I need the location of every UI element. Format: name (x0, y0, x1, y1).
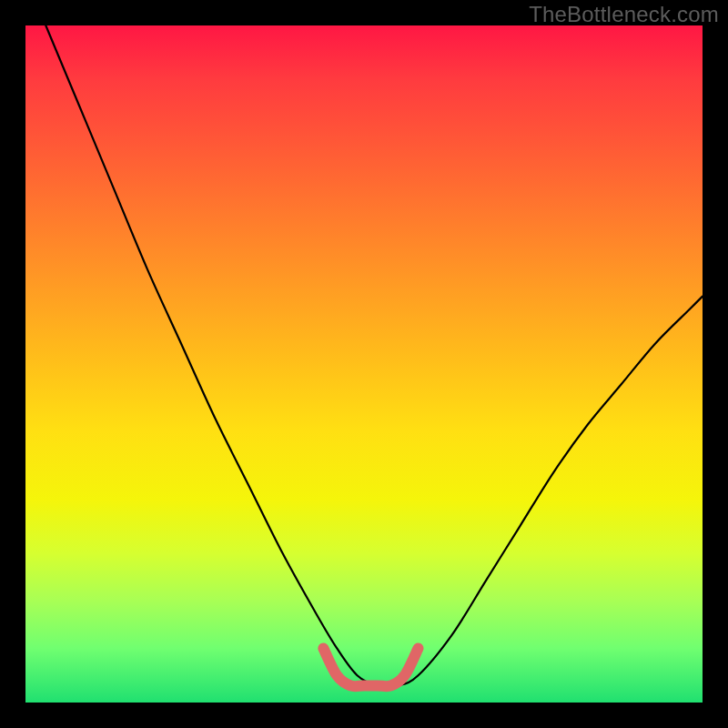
plot-area (25, 25, 703, 703)
chart-frame: TheBottleneck.com (0, 0, 728, 728)
bottleneck-curve (46, 25, 703, 687)
curve-svg (25, 25, 703, 703)
watermark-text: TheBottleneck.com (529, 2, 719, 27)
optimal-region-curve (323, 648, 418, 686)
